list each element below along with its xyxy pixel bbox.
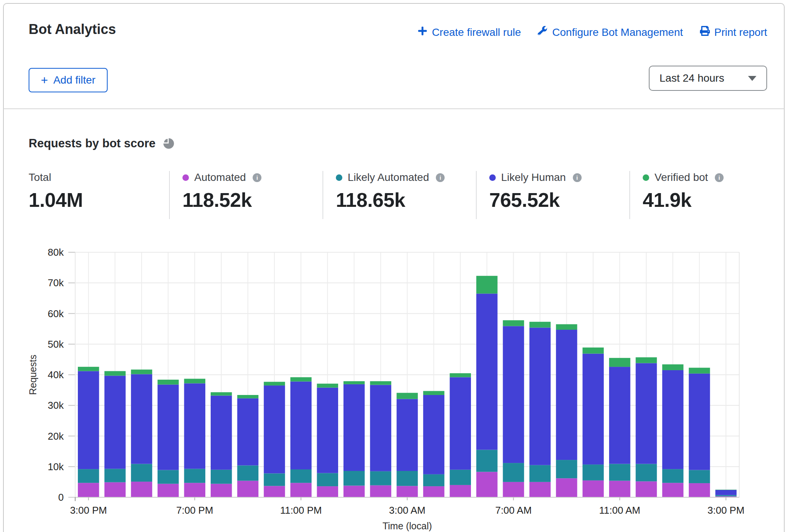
bar-segment-likely-automated[interactable]	[582, 464, 604, 480]
bar-segment-likely-automated[interactable]	[715, 495, 737, 496]
bar-segment-likely-human[interactable]	[715, 490, 737, 495]
bar-segment-likely-automated[interactable]	[636, 464, 657, 482]
bar-segment-automated[interactable]	[503, 482, 524, 497]
bar-segment-likely-human[interactable]	[689, 374, 710, 470]
bar-segment-likely-human[interactable]	[450, 377, 471, 469]
bar-segment-automated[interactable]	[105, 482, 126, 497]
bar-segment-verified-bot[interactable]	[78, 367, 99, 371]
bar-segment-automated[interactable]	[78, 483, 99, 497]
bar-segment-automated[interactable]	[689, 483, 710, 497]
bar-segment-likely-human[interactable]	[317, 388, 338, 473]
bar-segment-likely-human[interactable]	[237, 398, 259, 466]
bar-segment-likely-automated[interactable]	[290, 469, 312, 483]
bar-segment-likely-human[interactable]	[397, 399, 418, 471]
bar-segment-likely-automated[interactable]	[78, 469, 99, 483]
time-range-dropdown[interactable]: Last 24 hours	[649, 66, 767, 91]
add-filter-button[interactable]: + Add filter	[29, 68, 108, 92]
bar-segment-verified-bot[interactable]	[343, 381, 365, 384]
bar-segment-verified-bot[interactable]	[529, 322, 551, 327]
bar-segment-verified-bot[interactable]	[131, 369, 152, 374]
bar-segment-automated[interactable]	[397, 486, 418, 497]
bar-segment-likely-automated[interactable]	[184, 469, 205, 483]
bar-segment-likely-automated[interactable]	[450, 470, 471, 485]
bar-segment-likely-human[interactable]	[556, 330, 577, 460]
bar-segment-verified-bot[interactable]	[715, 490, 737, 490]
bar-segment-likely-automated[interactable]	[317, 473, 338, 487]
bar-segment-verified-bot[interactable]	[370, 381, 392, 385]
bar-segment-likely-human[interactable]	[290, 382, 312, 469]
bar-segment-likely-human[interactable]	[131, 374, 152, 464]
bar-segment-verified-bot[interactable]	[476, 276, 498, 294]
bar-segment-verified-bot[interactable]	[211, 392, 232, 396]
bar-segment-verified-bot[interactable]	[184, 379, 205, 383]
bar-segment-likely-automated[interactable]	[423, 474, 445, 486]
bar-segment-automated[interactable]	[582, 480, 604, 497]
bar-segment-verified-bot[interactable]	[237, 395, 259, 398]
bar-segment-likely-human[interactable]	[370, 385, 392, 471]
configure-bot-management-link[interactable]: Configure Bot Management	[538, 26, 683, 39]
bar-segment-likely-human[interactable]	[609, 367, 630, 464]
bar-segment-automated[interactable]	[264, 486, 285, 497]
bar-segment-likely-human[interactable]	[211, 396, 232, 470]
bar-segment-likely-automated[interactable]	[237, 466, 259, 481]
bar-segment-likely-human[interactable]	[476, 293, 498, 450]
bar-segment-likely-automated[interactable]	[397, 471, 418, 486]
print-report-link[interactable]: Print report	[700, 26, 767, 39]
bar-segment-automated[interactable]	[476, 472, 498, 497]
create-firewall-rule-link[interactable]: Create firewall rule	[418, 26, 521, 39]
info-icon[interactable]: i	[253, 173, 261, 182]
bar-segment-automated[interactable]	[609, 481, 630, 497]
bar-segment-likely-automated[interactable]	[211, 470, 232, 484]
bar-segment-likely-human[interactable]	[529, 327, 551, 465]
bar-segment-verified-bot[interactable]	[264, 382, 285, 385]
bar-segment-likely-automated[interactable]	[529, 465, 551, 482]
bar-segment-automated[interactable]	[237, 481, 259, 497]
bar-segment-likely-human[interactable]	[503, 326, 524, 463]
bar-segment-automated[interactable]	[370, 485, 392, 497]
bar-segment-verified-bot[interactable]	[105, 371, 126, 376]
bar-segment-likely-automated[interactable]	[370, 471, 392, 485]
bar-segment-likely-human[interactable]	[78, 371, 99, 469]
bar-segment-automated[interactable]	[529, 482, 551, 497]
bar-segment-verified-bot[interactable]	[662, 364, 684, 370]
bar-segment-verified-bot[interactable]	[503, 320, 524, 326]
bar-segment-verified-bot[interactable]	[689, 368, 710, 374]
bar-segment-automated[interactable]	[158, 484, 179, 497]
bar-segment-verified-bot[interactable]	[582, 348, 604, 354]
bar-segment-likely-automated[interactable]	[662, 469, 684, 483]
bar-segment-likely-human[interactable]	[423, 395, 445, 474]
bar-segment-likely-human[interactable]	[264, 385, 285, 473]
bar-segment-verified-bot[interactable]	[290, 377, 312, 381]
bar-segment-automated[interactable]	[423, 486, 445, 497]
bar-segment-likely-human[interactable]	[158, 385, 179, 470]
bar-segment-likely-automated[interactable]	[689, 470, 710, 484]
bar-segment-likely-human[interactable]	[662, 370, 684, 469]
bar-segment-likely-human[interactable]	[343, 384, 365, 471]
bar-segment-verified-bot[interactable]	[317, 384, 338, 387]
bar-segment-likely-automated[interactable]	[609, 464, 630, 481]
bar-segment-likely-automated[interactable]	[343, 471, 365, 486]
bar-segment-automated[interactable]	[450, 485, 471, 497]
bar-segment-automated[interactable]	[211, 484, 232, 497]
bar-segment-verified-bot[interactable]	[609, 358, 630, 367]
bar-segment-likely-human[interactable]	[636, 363, 657, 464]
bar-segment-automated[interactable]	[556, 478, 577, 497]
bar-segment-automated[interactable]	[290, 483, 312, 497]
info-icon[interactable]: i	[715, 173, 724, 182]
bar-segment-likely-human[interactable]	[105, 376, 126, 469]
info-icon[interactable]: i	[573, 173, 582, 182]
bar-segment-likely-human[interactable]	[184, 383, 205, 469]
bar-segment-automated[interactable]	[636, 481, 657, 497]
bar-segment-verified-bot[interactable]	[397, 393, 418, 399]
bar-segment-automated[interactable]	[317, 486, 338, 497]
bar-segment-verified-bot[interactable]	[636, 357, 657, 363]
bar-segment-likely-human[interactable]	[582, 354, 604, 465]
bar-segment-verified-bot[interactable]	[556, 324, 577, 330]
bar-segment-automated[interactable]	[343, 486, 365, 497]
bar-segment-likely-automated[interactable]	[556, 460, 577, 478]
bar-segment-likely-automated[interactable]	[476, 450, 498, 472]
bar-segment-automated[interactable]	[662, 483, 684, 497]
bar-segment-likely-automated[interactable]	[131, 464, 152, 482]
bar-segment-likely-automated[interactable]	[105, 469, 126, 482]
bar-segment-automated[interactable]	[184, 483, 205, 497]
